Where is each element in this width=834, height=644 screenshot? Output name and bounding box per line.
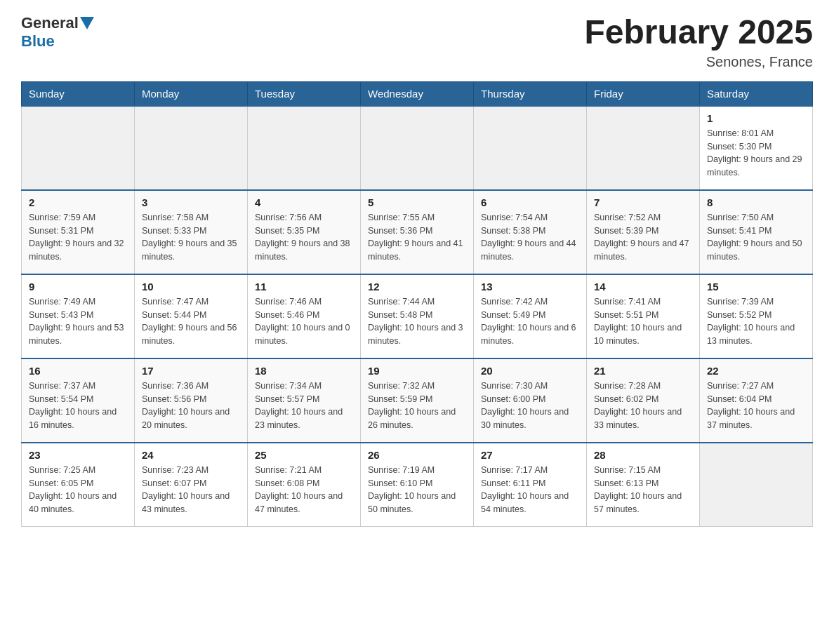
day-header-sunday: Sunday (22, 81, 135, 106)
day-info: Sunrise: 7:42 AM Sunset: 5:49 PM Dayligh… (481, 295, 579, 348)
calendar-table: SundayMondayTuesdayWednesdayThursdayFrid… (21, 81, 813, 528)
calendar-cell: 27Sunrise: 7:17 AM Sunset: 6:11 PM Dayli… (474, 443, 587, 527)
day-number: 12 (368, 281, 466, 293)
week-row-3: 9Sunrise: 7:49 AM Sunset: 5:43 PM Daylig… (22, 274, 813, 358)
day-number: 11 (255, 281, 353, 293)
day-number: 16 (29, 365, 127, 377)
day-header-wednesday: Wednesday (361, 81, 474, 106)
logo-general-text: General (21, 14, 79, 32)
day-number: 23 (29, 449, 127, 461)
calendar-cell: 3Sunrise: 7:58 AM Sunset: 5:33 PM Daylig… (135, 190, 248, 274)
day-number: 28 (594, 449, 692, 461)
calendar-cell: 12Sunrise: 7:44 AM Sunset: 5:48 PM Dayli… (361, 274, 474, 358)
day-number: 3 (142, 196, 240, 208)
calendar-cell: 8Sunrise: 7:50 AM Sunset: 5:41 PM Daylig… (700, 190, 813, 274)
calendar-cell: 9Sunrise: 7:49 AM Sunset: 5:43 PM Daylig… (22, 274, 135, 358)
day-number: 19 (368, 365, 466, 377)
day-info: Sunrise: 7:55 AM Sunset: 5:36 PM Dayligh… (368, 211, 466, 264)
calendar-cell: 28Sunrise: 7:15 AM Sunset: 6:13 PM Dayli… (587, 443, 700, 527)
day-header-friday: Friday (587, 81, 700, 106)
calendar-cell: 11Sunrise: 7:46 AM Sunset: 5:46 PM Dayli… (248, 274, 361, 358)
calendar-cell: 14Sunrise: 7:41 AM Sunset: 5:51 PM Dayli… (587, 274, 700, 358)
calendar-cell: 16Sunrise: 7:37 AM Sunset: 5:54 PM Dayli… (22, 358, 135, 443)
logo: General Blue (21, 14, 95, 51)
day-info: Sunrise: 7:46 AM Sunset: 5:46 PM Dayligh… (255, 295, 353, 348)
day-info: Sunrise: 7:47 AM Sunset: 5:44 PM Dayligh… (142, 295, 240, 348)
calendar-cell: 2Sunrise: 7:59 AM Sunset: 5:31 PM Daylig… (22, 190, 135, 274)
week-row-5: 23Sunrise: 7:25 AM Sunset: 6:05 PM Dayli… (22, 443, 813, 527)
day-header-saturday: Saturday (700, 81, 813, 106)
day-info: Sunrise: 7:54 AM Sunset: 5:38 PM Dayligh… (481, 211, 579, 264)
day-info: Sunrise: 7:28 AM Sunset: 6:02 PM Dayligh… (594, 380, 692, 432)
day-info: Sunrise: 7:49 AM Sunset: 5:43 PM Dayligh… (29, 295, 127, 348)
calendar-cell: 4Sunrise: 7:56 AM Sunset: 5:35 PM Daylig… (248, 190, 361, 274)
calendar-cell (474, 106, 587, 190)
calendar-cell: 26Sunrise: 7:19 AM Sunset: 6:10 PM Dayli… (361, 443, 474, 527)
calendar-cell: 1Sunrise: 8:01 AM Sunset: 5:30 PM Daylig… (700, 106, 813, 190)
day-info: Sunrise: 7:59 AM Sunset: 5:31 PM Dayligh… (29, 211, 127, 264)
day-number: 27 (481, 449, 579, 461)
day-info: Sunrise: 8:01 AM Sunset: 5:30 PM Dayligh… (707, 127, 805, 180)
calendar-cell: 18Sunrise: 7:34 AM Sunset: 5:57 PM Dayli… (248, 358, 361, 443)
page-header: General Blue February 2025 Senones, Fran… (21, 14, 813, 70)
day-number: 14 (594, 281, 692, 293)
calendar-cell: 13Sunrise: 7:42 AM Sunset: 5:49 PM Dayli… (474, 274, 587, 358)
day-info: Sunrise: 7:56 AM Sunset: 5:35 PM Dayligh… (255, 211, 353, 264)
day-info: Sunrise: 7:52 AM Sunset: 5:39 PM Dayligh… (594, 211, 692, 264)
day-info: Sunrise: 7:23 AM Sunset: 6:07 PM Dayligh… (142, 464, 240, 516)
day-info: Sunrise: 7:21 AM Sunset: 6:08 PM Dayligh… (255, 464, 353, 516)
day-number: 2 (29, 196, 127, 208)
day-info: Sunrise: 7:58 AM Sunset: 5:33 PM Dayligh… (142, 211, 240, 264)
day-info: Sunrise: 7:25 AM Sunset: 6:05 PM Dayligh… (29, 464, 127, 516)
calendar-cell (248, 106, 361, 190)
calendar-cell: 20Sunrise: 7:30 AM Sunset: 6:00 PM Dayli… (474, 358, 587, 443)
calendar-cell: 15Sunrise: 7:39 AM Sunset: 5:52 PM Dayli… (700, 274, 813, 358)
day-number: 9 (29, 281, 127, 293)
day-number: 21 (594, 365, 692, 377)
calendar-header-row: SundayMondayTuesdayWednesdayThursdayFrid… (22, 81, 813, 106)
day-info: Sunrise: 7:27 AM Sunset: 6:04 PM Dayligh… (707, 380, 805, 432)
week-row-4: 16Sunrise: 7:37 AM Sunset: 5:54 PM Dayli… (22, 358, 813, 443)
page-title: February 2025 (584, 14, 813, 51)
calendar-cell: 6Sunrise: 7:54 AM Sunset: 5:38 PM Daylig… (474, 190, 587, 274)
title-block: February 2025 Senones, France (584, 14, 813, 70)
day-number: 24 (142, 449, 240, 461)
day-info: Sunrise: 7:41 AM Sunset: 5:51 PM Dayligh… (594, 295, 692, 348)
day-number: 25 (255, 449, 353, 461)
day-number: 1 (707, 112, 805, 124)
day-info: Sunrise: 7:19 AM Sunset: 6:10 PM Dayligh… (368, 464, 466, 516)
day-number: 6 (481, 196, 579, 208)
calendar-cell: 24Sunrise: 7:23 AM Sunset: 6:07 PM Dayli… (135, 443, 248, 527)
logo-triangle-icon (80, 17, 94, 29)
day-info: Sunrise: 7:50 AM Sunset: 5:41 PM Dayligh… (707, 211, 805, 264)
day-info: Sunrise: 7:15 AM Sunset: 6:13 PM Dayligh… (594, 464, 692, 516)
day-number: 13 (481, 281, 579, 293)
day-number: 20 (481, 365, 579, 377)
day-number: 22 (707, 365, 805, 377)
calendar-cell: 22Sunrise: 7:27 AM Sunset: 6:04 PM Dayli… (700, 358, 813, 443)
day-header-thursday: Thursday (474, 81, 587, 106)
calendar-cell (361, 106, 474, 190)
page-subtitle: Senones, France (584, 54, 813, 70)
calendar-cell: 17Sunrise: 7:36 AM Sunset: 5:56 PM Dayli… (135, 358, 248, 443)
calendar-cell: 25Sunrise: 7:21 AM Sunset: 6:08 PM Dayli… (248, 443, 361, 527)
calendar-cell (587, 106, 700, 190)
day-number: 8 (707, 196, 805, 208)
day-number: 15 (707, 281, 805, 293)
day-info: Sunrise: 7:37 AM Sunset: 5:54 PM Dayligh… (29, 380, 127, 432)
day-header-monday: Monday (135, 81, 248, 106)
day-info: Sunrise: 7:30 AM Sunset: 6:00 PM Dayligh… (481, 380, 579, 432)
week-row-1: 1Sunrise: 8:01 AM Sunset: 5:30 PM Daylig… (22, 106, 813, 190)
day-number: 5 (368, 196, 466, 208)
calendar-cell: 21Sunrise: 7:28 AM Sunset: 6:02 PM Dayli… (587, 358, 700, 443)
day-info: Sunrise: 7:36 AM Sunset: 5:56 PM Dayligh… (142, 380, 240, 432)
day-header-tuesday: Tuesday (248, 81, 361, 106)
calendar-cell: 19Sunrise: 7:32 AM Sunset: 5:59 PM Dayli… (361, 358, 474, 443)
calendar-cell (700, 443, 813, 527)
day-info: Sunrise: 7:32 AM Sunset: 5:59 PM Dayligh… (368, 380, 466, 432)
calendar-cell: 5Sunrise: 7:55 AM Sunset: 5:36 PM Daylig… (361, 190, 474, 274)
day-info: Sunrise: 7:44 AM Sunset: 5:48 PM Dayligh… (368, 295, 466, 348)
day-number: 26 (368, 449, 466, 461)
day-number: 10 (142, 281, 240, 293)
calendar-cell (135, 106, 248, 190)
